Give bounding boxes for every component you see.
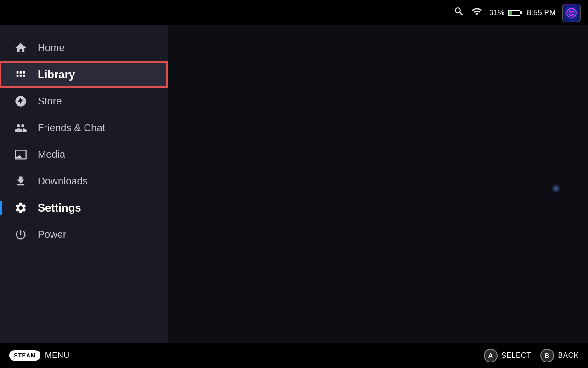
a-button: A [484,349,498,362]
battery-section: 31% [489,8,520,17]
select-label: SELECT [501,351,531,360]
library-icon [14,68,28,81]
sidebar-item-store[interactable]: Store [0,88,168,115]
settings-active-indicator [0,201,2,215]
svg-rect-0 [563,5,580,21]
menu-label: MENU [45,351,70,360]
store-label: Store [38,95,62,107]
sidebar-item-home[interactable]: Home [0,34,168,61]
wifi-icon [471,6,483,20]
store-icon [14,94,28,108]
svg-point-3 [572,11,574,12]
friends-label: Friends & Chat [38,122,105,134]
settings-icon [14,201,28,215]
back-action: B BACK [540,349,579,362]
power-icon [14,228,28,242]
sidebar-item-library[interactable]: Library [0,61,168,88]
sidebar-item-power[interactable]: Power [0,221,168,248]
sidebar-item-settings[interactable]: Settings [0,195,168,221]
top-bar: 31% 8:55 PM [0,0,588,25]
media-label: Media [38,149,65,161]
b-button: B [540,349,554,362]
battery-percent-text: 31% [489,8,505,17]
search-icon[interactable] [453,6,464,20]
sidebar-item-downloads[interactable]: Downloads [0,168,168,195]
bottom-bar: STEAM MENU A SELECT B BACK [0,343,588,368]
main-content [168,25,588,343]
glow-decoration [551,184,560,193]
svg-point-2 [569,11,571,12]
back-label: BACK [558,351,579,360]
time-display: 8:55 PM [527,8,556,17]
select-action: A SELECT [484,349,531,362]
friends-icon [14,121,28,135]
steam-badge[interactable]: STEAM [9,350,40,361]
avatar[interactable] [562,4,581,22]
sidebar-item-media[interactable]: Media [0,141,168,168]
top-bar-icons: 31% 8:55 PM [453,4,581,22]
bottom-actions: A SELECT B BACK [484,349,579,362]
power-label: Power [38,229,66,241]
sidebar: Home Library Store Friends & Chat Media … [0,25,168,343]
sidebar-item-friends[interactable]: Friends & Chat [0,115,168,141]
home-label: Home [38,42,65,54]
downloads-label: Downloads [38,175,88,187]
steam-menu-section: STEAM MENU [9,350,70,361]
settings-label: Settings [38,201,81,214]
media-icon [14,148,28,161]
library-label: Library [38,68,75,81]
battery-icon [508,10,520,16]
home-icon [14,41,28,55]
downloads-icon [14,174,28,188]
